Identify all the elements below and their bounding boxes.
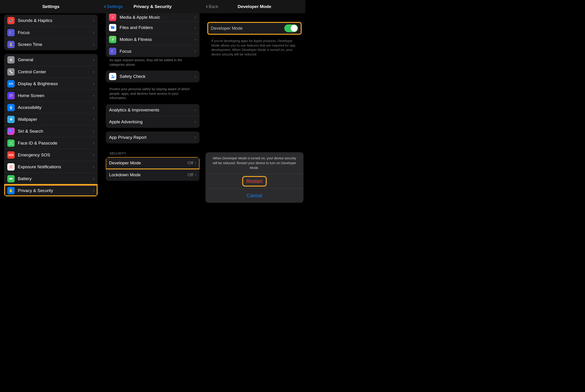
nav-title-privacy: Privacy & Security (134, 4, 172, 9)
svg-rect-8 (11, 95, 11, 96)
devmode-scroll[interactable]: Developer Mode If you're developing apps… (204, 13, 305, 204)
label-devmode-toggle: Developer Mode (211, 26, 284, 31)
svg-rect-26 (13, 178, 13, 179)
label-developer-mode: Developer Mode (109, 160, 187, 166)
svg-point-19 (9, 168, 10, 168)
chevron-right-icon: › (194, 172, 196, 178)
row-safety-check[interactable]: Safety Check › (106, 70, 199, 82)
back-button[interactable]: ‹ Back (206, 4, 218, 10)
row-battery[interactable]: Battery › (4, 172, 98, 184)
label-media: Media & Apple Music (120, 15, 194, 20)
row-sounds-haptics[interactable]: 🔊 Sounds & Haptics › (4, 14, 98, 26)
privacy-panel: ‹ Settings Privacy & Security ♫ Media & … (102, 0, 203, 204)
nav-title-settings: Settings (42, 4, 59, 9)
label-siri: Siri & Search (18, 129, 93, 134)
chevron-right-icon: › (93, 128, 94, 134)
row-display-brightness[interactable]: AA Display & Brightness › (4, 78, 98, 90)
access-footer: As apps request access, they will be add… (102, 57, 203, 67)
label-focus: Focus (18, 30, 93, 35)
chevron-right-icon: › (93, 104, 94, 110)
row-emergency-sos[interactable]: SOS Emergency SOS › (4, 149, 98, 161)
row-siri-search[interactable]: Siri & Search › (4, 125, 98, 137)
row-control-center[interactable]: Control Center › (4, 66, 98, 78)
hand-icon: ✋ (7, 187, 15, 194)
chevron-right-icon: › (93, 116, 94, 122)
chevron-right-icon: › (194, 36, 196, 42)
row-developer-mode[interactable]: Developer Mode Off › (106, 157, 199, 169)
nav-bar-settings: Settings (0, 0, 102, 13)
svg-point-27 (113, 38, 114, 38)
chevron-right-icon: › (93, 18, 94, 24)
moon-icon: ☾ (109, 48, 116, 55)
row-motion-fitness[interactable]: Motion & Fitness › (106, 33, 199, 45)
label-screen-time: Screen Time (18, 42, 93, 47)
safety-footer: Protect your personal safety by staying … (102, 86, 203, 100)
row-focus-privacy[interactable]: ☾ Focus › (106, 45, 199, 57)
label-safety: Safety Check (120, 74, 194, 79)
privacy-scroll[interactable]: ♫ Media & Apple Music › Files and Folder… (102, 13, 203, 204)
detail-lockdown: Off (187, 172, 193, 178)
row-wallpaper[interactable]: ❀ Wallpaper › (4, 113, 98, 125)
row-app-privacy-report[interactable]: App Privacy Report › (106, 132, 199, 144)
privacy-group-report: App Privacy Report › (106, 132, 199, 144)
detail-developer-mode: Off (187, 160, 193, 166)
label-display: Display & Brightness (18, 81, 93, 86)
row-privacy-security[interactable]: ✋ Privacy & Security › (4, 184, 98, 196)
svg-point-15 (12, 142, 12, 143)
svg-point-13 (11, 106, 12, 106)
svg-point-20 (12, 168, 12, 168)
privacy-group-access: ♫ Media & Apple Music › Files and Folder… (106, 13, 199, 57)
row-apple-advertising[interactable]: Apple Advertising › (106, 116, 199, 128)
security-header: SECURITY (102, 147, 203, 156)
chevron-right-icon: › (93, 176, 94, 182)
devmode-footer: If you're developing apps for Apple prod… (204, 38, 305, 56)
row-files-folders[interactable]: Files and Folders › (106, 22, 199, 33)
devmode-toggle[interactable] (284, 24, 298, 32)
label-focus2: Focus (120, 49, 194, 54)
label-motion: Motion & Fitness (120, 37, 194, 42)
row-media-apple-music[interactable]: ♫ Media & Apple Music › (106, 13, 199, 22)
svg-rect-9 (12, 95, 12, 96)
row-exposure-notifications[interactable]: Exposure Notifications › (4, 161, 98, 172)
row-face-id[interactable]: Face ID & Passcode › (4, 137, 98, 149)
restart-sheet-backdrop: When Developer Mode is turned on, your d… (204, 150, 305, 204)
restart-label: Restart (244, 178, 264, 184)
text-size-icon: AA (7, 80, 15, 88)
row-screen-time[interactable]: ⏳ Screen Time › (4, 38, 98, 50)
row-analytics[interactable]: Analytics & Improvements › (106, 104, 199, 116)
row-devmode-toggle[interactable]: Developer Mode (208, 22, 301, 34)
faceid-icon (7, 140, 15, 147)
svg-point-28 (112, 75, 113, 76)
chevron-right-icon: › (93, 164, 94, 170)
cancel-button[interactable]: Cancel (205, 188, 304, 203)
label-wallpaper: Wallpaper (18, 117, 93, 122)
restart-button[interactable]: Restart (205, 174, 304, 188)
back-label: Settings (107, 4, 123, 9)
folder-icon (109, 24, 116, 31)
row-general[interactable]: ⚙ General › (4, 54, 98, 66)
chevron-right-icon: › (93, 140, 94, 146)
row-home-screen[interactable]: Home Screen › (4, 90, 98, 101)
back-to-settings-button[interactable]: ‹ Settings (104, 4, 123, 10)
nav-bar-privacy: ‹ Settings Privacy & Security (102, 0, 203, 13)
battery-icon (7, 175, 15, 182)
privacy-group-safety: Safety Check › (106, 70, 199, 82)
chevron-right-icon: › (93, 57, 94, 63)
sheet-message: When Developer Mode is turned on, your d… (205, 152, 304, 174)
grid-icon (7, 92, 15, 99)
chevron-right-icon: › (194, 134, 196, 140)
chevron-right-icon: › (93, 81, 94, 87)
privacy-group-analytics: Analytics & Improvements › Apple Adverti… (106, 104, 199, 128)
gear-icon: ⚙ (7, 56, 15, 64)
settings-scroll[interactable]: 🔊 Sounds & Haptics › ☾ Focus › ⏳ Screen … (0, 13, 102, 204)
label-general: General (18, 57, 93, 62)
row-lockdown-mode[interactable]: Lockdown Mode Off › (106, 169, 199, 181)
switches-icon (7, 68, 15, 76)
nav-title-devmode: Developer Mode (238, 4, 271, 9)
row-focus[interactable]: ☾ Focus › (4, 26, 98, 38)
row-accessibility[interactable]: Accessibility › (4, 101, 98, 113)
svg-rect-25 (9, 178, 12, 180)
label-lockdown: Lockdown Mode (109, 172, 187, 178)
label-battery: Battery (18, 176, 93, 181)
accessibility-icon (7, 104, 15, 111)
